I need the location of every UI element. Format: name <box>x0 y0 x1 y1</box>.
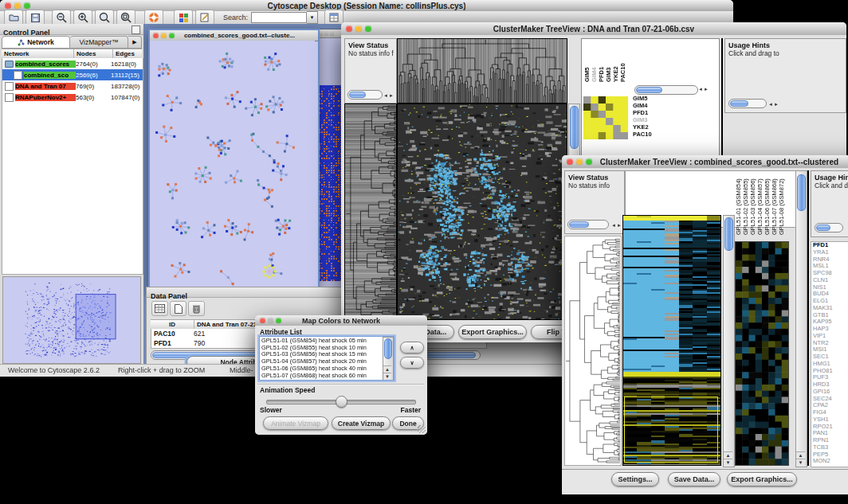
minimize-icon[interactable] <box>161 33 167 38</box>
gene-label[interactable]: PEP5 <box>813 451 848 459</box>
tv1-column-dendrogram[interactable] <box>397 38 567 104</box>
tv1-status-scrollbar[interactable] <box>347 90 383 100</box>
search-input[interactable] <box>251 12 307 23</box>
gene-label[interactable]: TCB3 <box>813 444 848 451</box>
gene-label[interactable]: BUD4 <box>813 291 848 298</box>
zoom-in-icon[interactable] <box>73 10 92 25</box>
attribute-browser-icon[interactable] <box>324 10 344 25</box>
dialog-titlebar[interactable]: Map Colors to Network <box>255 315 427 326</box>
tab-vizmapper[interactable]: VizMapper™ <box>70 36 128 49</box>
move-up-button[interactable]: ∧ <box>400 342 424 354</box>
tv1-heatmap[interactable] <box>397 104 567 320</box>
zoom-window-icon[interactable] <box>24 2 30 9</box>
attribute-item[interactable]: GPL51-07 (GSM868) heat shock 60 min <box>261 373 392 380</box>
minimize-icon[interactable] <box>324 32 328 36</box>
tv1-hints-scrollbar[interactable] <box>728 99 767 108</box>
table-mode-icon[interactable] <box>151 301 168 316</box>
zoom-window-icon[interactable] <box>276 318 281 323</box>
attribute-list-scrollbar[interactable]: ▲▼ <box>383 337 394 381</box>
tv2-zoom-vscrollbar[interactable]: ▲▼ <box>795 170 807 467</box>
scroll-right-icon[interactable]: ► <box>617 221 622 229</box>
minimize-icon[interactable] <box>268 318 273 323</box>
gene-label[interactable]: GPI16 <box>813 389 848 396</box>
zoom-window-icon[interactable] <box>169 33 175 38</box>
tv2-row-dendrogram[interactable] <box>564 236 622 466</box>
gene-label[interactable]: GIM3 <box>633 116 652 123</box>
network-view-canvas[interactable] <box>150 41 315 287</box>
network-table-row[interactable]: DNA and Tran 07 769(0) 183728(0) <box>2 80 143 92</box>
tv2-settings-button[interactable]: Settings... <box>611 472 659 486</box>
vizmapper-palette-icon[interactable] <box>174 10 193 25</box>
dense-network-canvas[interactable] <box>318 85 341 281</box>
close-icon[interactable] <box>567 158 573 165</box>
gene-label[interactable]: GIM4 <box>633 102 652 109</box>
gene-label[interactable]: MON2 <box>813 458 848 465</box>
gene-label[interactable]: MSL1 <box>813 263 848 270</box>
zoom-window-icon[interactable] <box>330 32 334 36</box>
tv1-summary-heatmap[interactable] <box>583 96 628 139</box>
animate-vizmap-button[interactable]: Animate Vizmap <box>263 416 328 430</box>
background-network-frame[interactable] <box>316 29 343 288</box>
gene-label[interactable]: VIP1 <box>813 333 848 340</box>
minimize-icon[interactable] <box>14 2 21 9</box>
open-file-icon[interactable] <box>4 10 23 25</box>
create-vizmap-button[interactable]: Create Vizmap <box>332 416 391 430</box>
delete-attribute-trash-icon[interactable] <box>188 301 205 316</box>
gene-label[interactable]: RPO21 <box>813 424 848 431</box>
gene-label[interactable]: MSI1 <box>813 346 848 354</box>
scroll-right-icon[interactable]: ► <box>389 92 394 100</box>
help-lifesaver-icon[interactable] <box>144 10 163 25</box>
scroll-right-icon[interactable]: ► <box>704 85 709 93</box>
close-icon[interactable] <box>5 2 11 9</box>
gene-label[interactable]: SPC98 <box>813 270 848 277</box>
minimize-icon[interactable] <box>355 25 362 32</box>
annotation-note-icon[interactable] <box>195 10 214 25</box>
tab-overflow-arrow-icon[interactable]: ▶ <box>128 36 142 49</box>
gene-label[interactable]: CPA2 <box>813 402 848 409</box>
scroll-left-icon[interactable]: ◄ <box>383 92 388 100</box>
gene-label[interactable]: MAK31 <box>813 305 848 312</box>
zoom-fit-icon[interactable] <box>116 10 135 25</box>
tv1-row-dendrogram[interactable] <box>344 104 397 320</box>
new-attribute-icon[interactable] <box>170 301 186 316</box>
gene-label[interactable]: NIS1 <box>813 284 848 291</box>
tv2-zoom-heatmap[interactable] <box>735 241 789 466</box>
close-icon[interactable] <box>346 25 352 32</box>
gene-label[interactable]: SEC24 <box>813 396 848 403</box>
scroll-right-icon[interactable]: ► <box>774 100 779 108</box>
tv2-heatmap[interactable] <box>622 215 721 466</box>
gene-label[interactable]: PAC10 <box>633 131 652 138</box>
gene-label[interactable]: YSH1 <box>813 416 848 424</box>
gene-label[interactable]: SEC1 <box>813 354 848 361</box>
zoom-out-icon[interactable] <box>52 10 71 25</box>
network-view-frame[interactable]: combined_scores_good.txt--cluste... <box>148 29 320 291</box>
animation-speed-slider-thumb[interactable] <box>336 396 347 408</box>
zoom-window-icon[interactable] <box>365 25 371 32</box>
gene-label[interactable]: CLN1 <box>813 277 848 284</box>
network-table-row[interactable]: combined_scores 2764(0) 16218(0) <box>2 58 143 69</box>
gene-label[interactable]: YRA1 <box>813 249 848 256</box>
tv2-heatmap-vscrollbar[interactable]: ▲▼ <box>723 215 735 467</box>
tab-network[interactable]: Network <box>2 36 70 49</box>
tv2-hints-scrollbar[interactable] <box>815 223 843 232</box>
resize-grip[interactable] <box>418 425 426 433</box>
tv1-export-graphics-button[interactable]: Export Graphics... <box>458 325 527 339</box>
tv2-save-data-button[interactable]: Save Data... <box>668 472 720 486</box>
gene-label[interactable]: KAP95 <box>813 318 848 326</box>
gene-label[interactable]: HAP3 <box>813 326 848 333</box>
search-dropdown-icon[interactable]: ▼ <box>307 11 318 24</box>
gene-label[interactable]: PAN1 <box>813 430 848 437</box>
zoom-window-icon[interactable] <box>586 158 592 165</box>
gene-label[interactable]: PFD1 <box>813 242 848 249</box>
gene-label[interactable]: PHO81 <box>813 368 848 375</box>
gene-label[interactable]: FIG4 <box>813 409 848 416</box>
gene-label[interactable]: HMG1 <box>813 361 848 368</box>
gene-label[interactable]: RPN1 <box>813 437 848 444</box>
gene-label[interactable]: RNR4 <box>813 256 848 264</box>
minimize-icon[interactable] <box>576 158 583 165</box>
gene-label[interactable]: PFD1 <box>633 109 652 116</box>
float-panel-icon[interactable] <box>132 25 140 34</box>
scroll-left-icon[interactable]: ◄ <box>698 85 703 93</box>
move-down-button[interactable]: ∨ <box>400 357 424 369</box>
gene-label[interactable]: ELG1 <box>813 298 848 305</box>
